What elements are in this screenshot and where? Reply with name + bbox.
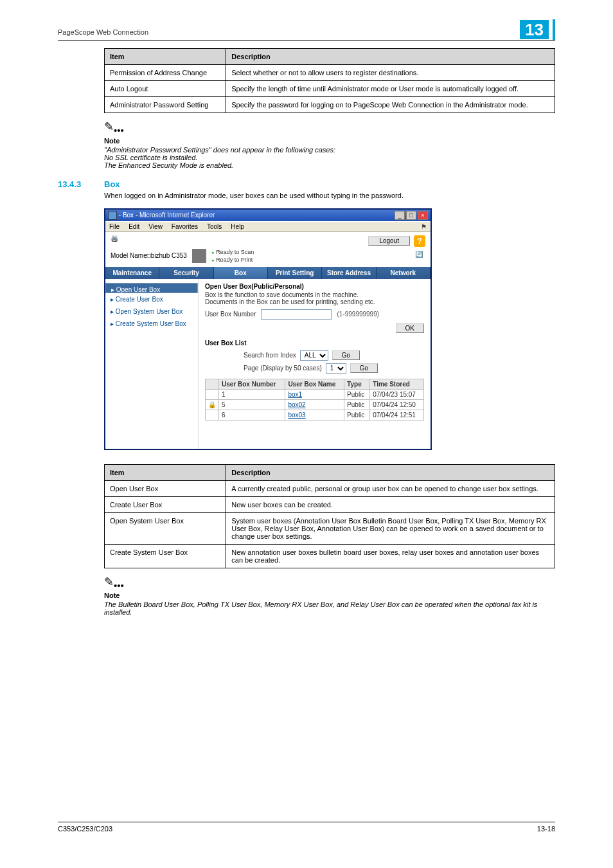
table-row: 6 box03 Public 07/04/24 12:51	[206, 410, 424, 420]
refresh-icon[interactable]: 🔄	[415, 251, 425, 261]
box-link[interactable]: box03	[288, 411, 305, 419]
sidebar-item-create-system-user-box[interactable]: Create System User Box	[105, 318, 198, 330]
table-row: Permission of Address Change Select whet…	[105, 65, 555, 81]
ie-icon	[108, 211, 117, 220]
cell-item: Open System User Box	[105, 512, 226, 544]
table-row: Open User Box A currently created public…	[105, 480, 555, 496]
menu-file[interactable]: File	[109, 223, 120, 230]
cell-type: Public	[344, 399, 370, 410]
window-titlebar: - Box - Microsoft Internet Explorer _ □ …	[105, 210, 431, 221]
panel-desc-1: Box is the function to save documents in…	[205, 291, 424, 298]
chapter-stripe	[553, 19, 555, 40]
section-body: When logged on in Administrator mode, us…	[104, 192, 555, 199]
th-box-name: User Box Name	[285, 379, 344, 389]
cell-num: 6	[219, 410, 285, 420]
sidebar-item-open-user-box[interactable]: Open User Box	[105, 283, 198, 293]
cell-desc: Select whether or not to allow users to …	[226, 65, 555, 81]
printer-icon	[192, 249, 206, 263]
section-title: Box	[104, 179, 120, 189]
user-box-number-label: User Box Number	[205, 311, 256, 318]
footer-left: C353/C253/C203	[58, 825, 112, 833]
th-item: Item	[105, 464, 226, 480]
th-time: Time Stored	[370, 379, 424, 389]
minimize-button[interactable]: _	[395, 211, 405, 220]
cell-desc: Specify the password for logging on to P…	[226, 97, 555, 113]
note-line: The Enhanced Security Mode is enabled.	[104, 161, 555, 169]
go-page-button[interactable]: Go	[350, 363, 378, 373]
section-number: 13.4.3	[58, 179, 104, 189]
menu-tools[interactable]: Tools	[207, 223, 222, 230]
table-row: Create System User Box New annotation us…	[105, 544, 555, 568]
cell-item: Open User Box	[105, 480, 226, 496]
cell-type: Public	[344, 389, 370, 399]
note-icon: ✎•••	[104, 575, 124, 591]
th-item: Item	[105, 49, 226, 65]
note-title: Note	[104, 137, 555, 145]
cell-item: Create User Box	[105, 496, 226, 512]
panel-desc-2: Documents in the Box can be used for pri…	[205, 298, 424, 305]
menu-favorites[interactable]: Favorites	[172, 223, 198, 230]
user-box-list-title: User Box List	[205, 339, 424, 347]
note-line: "Administrator Password Settings" does n…	[104, 146, 555, 154]
page-select[interactable]: 1	[326, 363, 346, 374]
tab-security[interactable]: Security	[159, 267, 213, 279]
menu-help[interactable]: Help	[231, 223, 244, 230]
table-row: Open System User Box System user boxes (…	[105, 512, 555, 544]
panel-title: Open User Box(Public/Personal)	[205, 283, 424, 290]
note-body: The Bulletin Board User Box, Polling TX …	[104, 601, 555, 616]
footer-right: 13-18	[537, 825, 555, 833]
ie-flag-icon: ⚑	[421, 223, 427, 230]
user-box-number-input[interactable]	[261, 309, 332, 320]
th-lock	[206, 379, 219, 389]
table-row: Auto Logout Specify the length of time u…	[105, 81, 555, 97]
user-box-list-table: User Box Number User Box Name Type Time …	[205, 379, 424, 420]
user-box-number-hint: (1-999999999)	[337, 311, 379, 318]
ok-button[interactable]: OK	[396, 323, 424, 333]
sidebar-item-open-system-user-box[interactable]: Open System User Box	[105, 305, 198, 318]
note-line: No SSL certificate is installed.	[104, 154, 555, 161]
window-title: - Box - Microsoft Internet Explorer	[119, 211, 215, 218]
model-name: Model Name□bizhub C353	[111, 252, 187, 259]
brand-icon: 🖨️	[111, 235, 123, 248]
tab-store-address[interactable]: Store Address	[322, 267, 376, 279]
cell-num: 1	[219, 389, 285, 399]
sidebar-item-create-user-box[interactable]: Create User Box	[105, 293, 198, 305]
tab-print-setting[interactable]: Print Setting	[268, 267, 322, 279]
th-type: Type	[344, 379, 370, 389]
search-from-index-label: Search from Index	[244, 352, 296, 359]
ie-menubar: File Edit View Favorites Tools Help ⚑	[105, 221, 431, 232]
tab-maintenance[interactable]: Maintenance	[105, 267, 159, 279]
tab-box[interactable]: Box	[214, 267, 268, 279]
cell-num: 5	[219, 399, 285, 410]
th-desc: Description	[226, 49, 555, 65]
nav-tabs: Maintenance Security Box Print Setting S…	[105, 267, 431, 279]
cell-item: Administrator Password Setting	[105, 97, 226, 113]
note-2: ✎••• Note The Bulletin Board User Box, P…	[104, 575, 555, 617]
table-row: Create User Box New user boxes can be cr…	[105, 496, 555, 512]
cell-time: 07/04/23 15:07	[370, 389, 424, 399]
cell-desc: System user boxes (Annotation User Box B…	[226, 512, 555, 544]
menu-view[interactable]: View	[148, 223, 163, 230]
side-nav: Open User Box Create User Box Open Syste…	[105, 279, 199, 449]
cell-desc: Specify the length of time until Adminis…	[226, 81, 555, 97]
lock-icon	[206, 389, 219, 399]
maximize-button[interactable]: □	[406, 211, 416, 220]
lock-icon: 🔒	[206, 399, 219, 410]
th-desc: Description	[226, 464, 555, 480]
search-index-select[interactable]: ALL	[300, 350, 328, 361]
help-icon[interactable]: ?	[414, 235, 425, 247]
cell-time: 07/04/24 12:50	[370, 399, 424, 410]
logout-button[interactable]: Logout	[368, 236, 410, 246]
tab-network[interactable]: Network	[377, 267, 431, 279]
close-button[interactable]: ×	[418, 211, 428, 220]
table-items-1: Item Description Permission of Address C…	[104, 48, 555, 113]
box-link[interactable]: box1	[288, 391, 302, 398]
cell-item: Auto Logout	[105, 81, 226, 97]
go-index-button[interactable]: Go	[332, 350, 360, 360]
box-link[interactable]: box02	[288, 401, 305, 408]
cell-item: Permission of Address Change	[105, 65, 226, 81]
lock-icon	[206, 410, 219, 420]
menu-edit[interactable]: Edit	[129, 223, 139, 230]
status-scan: Ready to Scan	[211, 249, 254, 255]
status-print: Ready to Print	[211, 257, 254, 263]
